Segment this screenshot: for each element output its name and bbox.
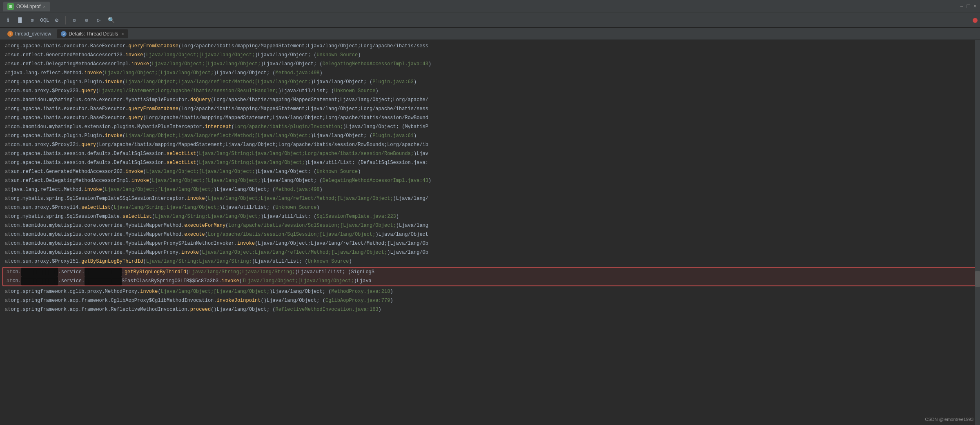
trace-line: at com.sun.proxy.$Proxy151.getBySignLogB… <box>0 257 980 266</box>
trace-line: at sun.reflect.DelegatingMethodAccessorI… <box>0 60 980 69</box>
window-max[interactable]: □ <box>967 3 970 10</box>
thread-details-icon: D <box>61 31 67 37</box>
trace-line: at org.apache.ibatis.plugin.Plugin.invok… <box>0 131 980 140</box>
toolbar-info-btn[interactable]: ℹ <box>2 15 13 26</box>
window-min[interactable]: − <box>960 3 963 10</box>
trace-container: at org.apache.ibatis.executor.BaseExecut… <box>0 42 980 314</box>
trace-line: at com.baomidou.mybatisplus.core.overrid… <box>0 239 980 248</box>
window-controls: − □ × <box>960 3 977 10</box>
highlighted-trace-line: at cn.████████████.service.████████████.… <box>3 268 977 277</box>
title-bar: ⊞ OOM.hprof × − □ × <box>0 0 980 13</box>
trace-line: at org.apache.ibatis.executor.BaseExecut… <box>0 42 980 51</box>
trace-line: at java.lang.reflect.Method.invoke(Ljava… <box>0 185 980 194</box>
tab-thread-details[interactable]: D Details: Thread Details × <box>57 29 128 38</box>
trace-line: at org.apache.ibatis.session.defaults.De… <box>0 149 980 158</box>
trace-line: at com.sun.proxy.$Proxy114.selectList(Lj… <box>0 203 980 212</box>
trace-line: at org.mybatis.spring.SqlSessionTemplate… <box>0 194 980 203</box>
file-tab-label: OOM.hprof <box>16 4 40 9</box>
file-tab[interactable]: ⊞ OOM.hprof × <box>3 2 50 11</box>
trace-line: at com.baomidou.mybatisplus.extension.pl… <box>0 122 980 131</box>
trace-line: at java.lang.reflect.Method.invoke(Ljava… <box>0 69 980 77</box>
toolbar-histogram-btn[interactable]: ▐▌ <box>15 15 25 26</box>
trace-line: at com.baomidou.mybatisplus.core.executo… <box>0 95 980 104</box>
window-close[interactable]: × <box>973 3 977 10</box>
tab-thread-details-close[interactable]: × <box>121 31 124 36</box>
trace-line: at org.apache.ibatis.session.defaults.De… <box>0 158 980 167</box>
trace-line: at com.baomidou.mybatisplus.core.overrid… <box>0 248 980 257</box>
trace-line: at org.apache.ibatis.plugin.Plugin.invok… <box>0 77 980 86</box>
tab-thread-details-label: Details: Thread Details <box>69 31 118 37</box>
trace-line: at org.springframework.aop.framework.Ref… <box>0 305 980 314</box>
toolbar-search-btn[interactable]: 🔍 <box>106 15 116 26</box>
trace-line: at com.baomidou.mybatisplus.core.overrid… <box>0 230 980 239</box>
scrollbar-thumb[interactable] <box>975 271 980 287</box>
file-tab-close[interactable]: × <box>43 4 45 9</box>
search-icon: 🔍 <box>108 17 115 24</box>
status-indicator <box>973 18 978 23</box>
highlighted-lines-box: at cn.████████████.service.████████████.… <box>2 267 978 286</box>
trace-line: at org.apache.ibatis.executor.BaseExecut… <box>0 113 980 122</box>
trace-line: at sun.reflect.GeneratedMethodAccessor12… <box>0 51 980 60</box>
stack-trace-area: at org.apache.ibatis.executor.BaseExecut… <box>0 40 980 425</box>
file-icon: ⊞ <box>7 3 14 10</box>
trace-line: at sun.reflect.GeneratedMethodAccessor20… <box>0 167 980 176</box>
tab-thread-overview-label: thread_overview <box>15 31 51 37</box>
toolbar-btn5[interactable]: ⊟ <box>69 15 80 26</box>
trace-line: at sun.reflect.DelegatingMethodAccessorI… <box>0 176 980 185</box>
toolbar-domtree-btn[interactable]: ⊞ <box>27 15 38 26</box>
highlighted-trace-line: at cn.████████████.service.████████████$… <box>3 277 977 286</box>
thread-overview-icon: T <box>7 31 13 37</box>
tab-thread-overview[interactable]: T thread_overview <box>3 29 55 38</box>
trace-line: at com.sun.proxy.$Proxy323.query(Ljava/s… <box>0 86 980 95</box>
toolbar: ℹ ▐▌ ⊞ OQL ⚙ ⊟ ⊡ ▷ 🔍 <box>0 13 980 28</box>
trace-line: at org.apache.ibatis.executor.BaseExecut… <box>0 104 980 113</box>
watermark: CSDN @lemontree1993 <box>925 417 973 422</box>
toolbar-sep1 <box>65 16 66 24</box>
scrollbar-right[interactable] <box>975 40 980 425</box>
toolbar-btn6[interactable]: ⊡ <box>81 15 92 26</box>
trace-line: at org.mybatis.spring.SqlSessionTemplate… <box>0 212 980 221</box>
toolbar-run-btn[interactable]: ▷ <box>94 15 104 26</box>
trace-line: at com.sun.proxy.$Proxy321.query(Lorg/ap… <box>0 140 980 149</box>
tab-bar: T thread_overview D Details: Thread Deta… <box>0 28 980 40</box>
toolbar-sql-btn[interactable]: OQL <box>39 15 50 26</box>
trace-line: at org.springframework.cglib.proxy.Metho… <box>0 287 980 296</box>
trace-line: at com.baomidou.mybatisplus.core.overrid… <box>0 221 980 230</box>
trace-line: at org.springframework.aop.framework.Cgl… <box>0 296 980 305</box>
toolbar-heap-btn[interactable]: ⚙ <box>51 15 62 26</box>
